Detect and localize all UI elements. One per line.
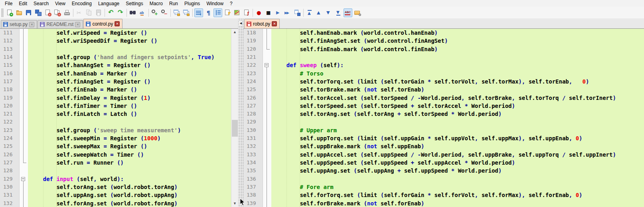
close-all-button[interactable] [53, 8, 62, 17]
line-number[interactable]: 137 [243, 183, 263, 191]
line-number[interactable]: 135 [243, 167, 263, 175]
line-number[interactable]: 133 [243, 151, 263, 159]
line-number[interactable]: 122 [243, 61, 263, 69]
tab-setup-py[interactable]: setup.py✕ [1, 20, 37, 28]
code-text[interactable] [28, 167, 238, 175]
line-number[interactable]: 119 [243, 37, 263, 45]
code-text[interactable]: self.uppAng.set (self.uppAng + self.uppS… [271, 167, 644, 175]
tab-control-py[interactable]: control.py✕ [83, 19, 122, 28]
code-text[interactable]: # Torso [271, 70, 644, 78]
line-number[interactable]: 139 [243, 199, 263, 207]
code-text[interactable]: self.run = Runner () [28, 159, 238, 167]
line-number[interactable]: 131 [0, 191, 19, 199]
zoom-in-button[interactable] [150, 8, 159, 17]
scrollbar-up-arrow[interactable]: ▲ [231, 29, 238, 36]
code-text[interactable] [271, 53, 644, 61]
line-number[interactable]: 118 [0, 86, 19, 94]
line-number[interactable]: 126 [243, 94, 263, 102]
line-number[interactable]: 129 [0, 175, 19, 183]
line-number[interactable]: 125 [0, 142, 19, 150]
line-number[interactable]: 124 [0, 134, 19, 142]
function-list-button[interactable] [223, 8, 232, 17]
close-button[interactable] [43, 8, 52, 17]
line-number[interactable]: 130 [0, 183, 19, 191]
line-number[interactable]: 112 [0, 37, 19, 45]
code-text[interactable]: def input (self, world): [28, 175, 238, 183]
menu-item-macro[interactable]: Macro [146, 0, 166, 7]
code-text[interactable]: self.wriSpeedDif = Register () [28, 37, 238, 45]
line-number[interactable]: 132 [243, 142, 263, 150]
line-number[interactable]: 131 [243, 134, 263, 142]
code-text[interactable]: self.hanEnab.mark (world.control.hanEnab… [271, 29, 644, 37]
code-text[interactable]: self.group ('sweep time measurement') [28, 126, 238, 134]
fold-collapse-box[interactable] [19, 175, 28, 183]
code-text[interactable]: self.finAngSet.set (world.control.finAng… [271, 37, 644, 45]
save-button[interactable] [24, 8, 33, 17]
toolbar-grip[interactable] [1, 8, 4, 17]
line-number[interactable]: 113 [0, 45, 19, 53]
line-number[interactable]: 121 [0, 110, 19, 118]
doc-switcher-button[interactable] [242, 8, 251, 17]
menu-item-plugins[interactable]: Plugins [181, 0, 203, 7]
go-up-button[interactable] [315, 8, 324, 17]
code-text[interactable] [28, 118, 238, 126]
code-text[interactable]: self.torAng.set (world.robot.torAng) [28, 183, 238, 191]
menu-item-file[interactable]: File [2, 0, 16, 7]
line-number[interactable]: 111 [0, 29, 19, 37]
save-all-button[interactable] [34, 8, 43, 17]
line-number[interactable]: 134 [243, 159, 263, 167]
tab-close-icon[interactable]: ✕ [75, 22, 80, 27]
line-number[interactable]: 129 [243, 118, 263, 126]
line-number[interactable]: 117 [0, 78, 19, 86]
line-number[interactable]: 121 [243, 53, 263, 61]
menu-item-edit[interactable]: Edit [16, 0, 30, 7]
line-number[interactable]: 124 [243, 78, 263, 86]
save-macro-button[interactable] [293, 8, 302, 17]
code-text[interactable]: self.torTorq.set (limit (self.torGain * … [271, 78, 644, 86]
undo-button[interactable] [107, 8, 115, 17]
code-text[interactable]: self.hanAngSet = Register () [28, 61, 238, 69]
open-file-button[interactable] [15, 8, 24, 17]
play-macro-button[interactable] [274, 8, 282, 17]
line-number[interactable]: 122 [0, 118, 19, 126]
line-number[interactable]: 132 [0, 199, 19, 207]
find-button[interactable] [128, 8, 137, 17]
scrollbar-down-arrow[interactable]: ▼ [231, 200, 238, 207]
code-text[interactable]: self.uppBrake.mark (not self.uppEnab) [271, 142, 644, 150]
line-number[interactable]: 118 [243, 29, 263, 37]
pane-splitter[interactable]: ◄ [238, 18, 243, 207]
paste-button[interactable] [94, 8, 103, 17]
line-number[interactable]: 128 [0, 167, 19, 175]
tab-close-icon[interactable]: ✕ [29, 22, 34, 27]
menu-item-language[interactable]: Language [95, 0, 122, 7]
line-number[interactable]: 120 [0, 102, 19, 110]
line-number[interactable]: 127 [0, 159, 19, 167]
right-code-editor[interactable]: 118 self.hanEnab.mark (world.control.han… [243, 28, 644, 207]
fold-collapse-box[interactable] [263, 61, 271, 69]
code-text[interactable]: self.forAng.set (world.robot.forAng) [28, 199, 238, 207]
code-text[interactable]: self.torBrake.mark (not self.torEnab) [271, 86, 644, 94]
code-text[interactable]: self.forBrake.mark (not self.forEnab) [271, 199, 644, 207]
code-text[interactable]: self.finEnab = Marker () [28, 86, 238, 94]
line-number[interactable]: 128 [243, 110, 263, 118]
stop-macro-button[interactable] [264, 8, 273, 17]
indent-guide-button[interactable] [213, 8, 222, 17]
code-text[interactable]: self.sweepMax = Register () [28, 142, 238, 150]
word-wrap-button[interactable] [194, 8, 203, 17]
tab-robot-py[interactable]: robot.py✕ [244, 19, 280, 28]
doc-map-button[interactable] [233, 8, 241, 17]
code-text[interactable]: self.uppAng.set (world.robot.uppAng) [28, 191, 238, 199]
code-text[interactable]: self.torSpeed.set (self.torSpeed + self.… [271, 102, 644, 110]
folder-workspace-button[interactable] [353, 8, 362, 17]
run-macro-multi-button[interactable] [283, 8, 292, 17]
code-text[interactable]: self.sweepMin = Register (1000) [28, 134, 238, 142]
code-text[interactable]: self.group ('hand and fingers setpoints'… [28, 53, 238, 61]
code-text[interactable]: self.finTimer = Timer () [28, 102, 238, 110]
print-button[interactable] [63, 8, 71, 17]
line-number[interactable]: 127 [243, 102, 263, 110]
menu-item-view[interactable]: View [52, 0, 69, 7]
scrollbar-thumb[interactable] [232, 120, 238, 137]
tab-close-icon[interactable]: ✕ [272, 21, 277, 26]
code-text[interactable]: self.finDelay = Register (1) [28, 94, 238, 102]
code-text[interactable]: # Upper arm [271, 126, 644, 134]
